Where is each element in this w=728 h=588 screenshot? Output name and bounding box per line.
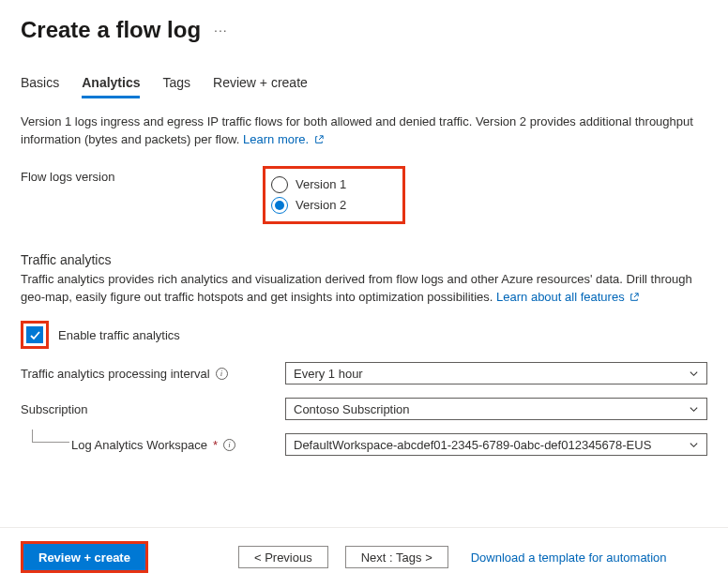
subscription-select[interactable]: Contoso Subscription [285, 398, 707, 420]
download-template-link[interactable]: Download a template for automation [471, 550, 667, 565]
version-description: Version 1 logs ingress and egress IP tra… [21, 113, 707, 149]
previous-button[interactable]: < Previous [238, 546, 328, 568]
workspace-label: Log Analytics Workspace [71, 438, 207, 452]
version-desc-text: Version 1 logs ingress and egress IP tra… [21, 114, 693, 146]
tab-basics[interactable]: Basics [21, 75, 59, 98]
required-asterisk: * [213, 438, 218, 452]
learn-features-text: Learn about all features [496, 290, 625, 304]
chevron-down-icon [689, 440, 699, 450]
flow-logs-version-label: Flow logs version [21, 166, 263, 184]
traffic-analytics-description: Traffic analytics provides rich analytic… [21, 271, 707, 307]
tab-analytics[interactable]: Analytics [82, 75, 140, 98]
chevron-down-icon [689, 369, 699, 379]
radio-version-2[interactable]: Version 2 [271, 195, 346, 216]
external-link-icon [314, 135, 324, 144]
learn-more-link[interactable]: Learn more. [243, 132, 324, 146]
page-title: Create a flow log [21, 17, 201, 43]
external-link-icon [629, 293, 639, 302]
more-actions-icon[interactable]: ··· [214, 23, 228, 38]
enable-traffic-analytics-checkbox[interactable] [26, 326, 43, 343]
traffic-analytics-title: Traffic analytics [21, 252, 707, 267]
interval-value: Every 1 hour [294, 367, 363, 381]
next-button[interactable]: Next : Tags > [345, 546, 448, 568]
footer-bar: Review + create < Previous Next : Tags >… [0, 527, 728, 588]
tree-indent-icon [32, 430, 69, 443]
info-icon[interactable]: i [216, 368, 228, 380]
learn-features-link[interactable]: Learn about all features [496, 290, 639, 304]
learn-more-text: Learn more. [243, 132, 309, 146]
radio-version-1[interactable]: Version 1 [271, 174, 346, 195]
subscription-value: Contoso Subscription [294, 402, 410, 416]
workspace-select[interactable]: DefaultWorkspace-abcdef01-2345-6789-0abc… [285, 433, 707, 456]
info-icon[interactable]: i [223, 439, 235, 451]
tab-review-create[interactable]: Review + create [213, 75, 308, 98]
workspace-value: DefaultWorkspace-abcdef01-2345-6789-0abc… [294, 438, 651, 452]
radio-version-2-label: Version 2 [296, 198, 346, 212]
radio-unchecked-icon [271, 176, 288, 193]
version-radio-group: Version 1 Version 2 [263, 166, 405, 224]
radio-version-1-label: Version 1 [296, 177, 346, 191]
checkmark-icon [29, 329, 41, 341]
interval-select[interactable]: Every 1 hour [285, 362, 707, 384]
tab-tags[interactable]: Tags [162, 75, 190, 98]
radio-checked-icon [271, 197, 288, 214]
subscription-label: Subscription [21, 402, 88, 416]
enable-traffic-analytics-label: Enable traffic analytics [58, 328, 180, 342]
chevron-down-icon [689, 404, 699, 415]
tab-bar: Basics Analytics Tags Review + create [21, 75, 707, 98]
review-create-button[interactable]: Review + create [23, 544, 145, 570]
interval-label: Traffic analytics processing interval [21, 367, 210, 381]
